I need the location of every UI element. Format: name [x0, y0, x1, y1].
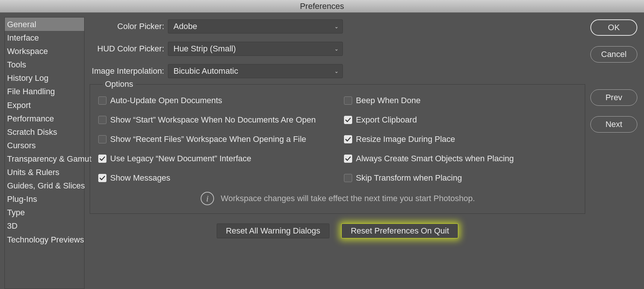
window-title: Preferences	[300, 1, 344, 11]
checkbox-show-messages[interactable]: Show Messages	[98, 173, 340, 183]
checkbox-box	[98, 174, 106, 182]
checkbox-label: Use Legacy “New Document” Interface	[110, 154, 251, 163]
checkbox-label: Show “Recent Files” Workspace When Openi…	[110, 134, 306, 144]
reset-preferences-on-quit-button[interactable]: Reset Preferences On Quit	[341, 223, 458, 238]
checkbox-label: Show “Start” Workspace When No Documents…	[110, 115, 316, 125]
checkbox-use-legacy-new-document-interface[interactable]: Use Legacy “New Document” Interface	[98, 154, 340, 163]
checkbox-label: Auto-Update Open Documents	[110, 96, 222, 105]
info-text: Workspace changes will take effect the n…	[221, 194, 475, 203]
checkbox-box	[98, 135, 106, 143]
checkbox-box	[344, 155, 352, 163]
sidebar-item-general[interactable]: General	[5, 18, 84, 31]
sidebar-item-performance[interactable]: Performance	[5, 112, 84, 125]
main-panel: Color Picker: Adobe ⌄ HUD Color Picker: …	[90, 17, 585, 289]
checkbox-show-recent-files-workspace-when-opening-a-file[interactable]: Show “Recent Files” Workspace When Openi…	[98, 134, 340, 144]
checkbox-box	[344, 116, 352, 124]
checkbox-box	[344, 135, 352, 143]
form-rows: Color Picker: Adobe ⌄ HUD Color Picker: …	[90, 17, 585, 83]
row-image-interpolation: Image Interpolation: Bicubic Automatic ⌄	[90, 64, 585, 78]
checkbox-box	[98, 116, 106, 124]
select-image-interpolation-value: Bicubic Automatic	[173, 66, 238, 76]
checkbox-box	[98, 155, 106, 163]
next-button[interactable]: Next	[590, 116, 637, 133]
checkbox-label: Always Create Smart Objects when Placing	[356, 154, 514, 163]
sidebar-item-workspace[interactable]: Workspace	[5, 44, 84, 58]
info-icon: i	[201, 192, 214, 205]
sidebar-item-type[interactable]: Type	[5, 206, 84, 219]
checkbox-beep-when-done[interactable]: Beep When Done	[344, 96, 577, 105]
checkbox-show-start-workspace-when-no-documents-are-open[interactable]: Show “Start” Workspace When No Documents…	[98, 115, 340, 125]
checkbox-auto-update-open-documents[interactable]: Auto-Update Open Documents	[98, 96, 340, 105]
chevron-down-icon: ⌄	[334, 46, 339, 52]
info-row: i Workspace changes will take effect the…	[98, 192, 577, 205]
checkbox-skip-transform-when-placing[interactable]: Skip Transform when Placing	[344, 173, 577, 183]
sidebar-item-file-handling[interactable]: File Handling	[5, 85, 84, 98]
label-image-interpolation: Image Interpolation:	[90, 66, 168, 76]
prev-button[interactable]: Prev	[590, 89, 637, 106]
sidebar-item-transparency-gamut[interactable]: Transparency & Gamut	[5, 152, 84, 165]
label-color-picker: Color Picker:	[90, 22, 168, 31]
checkbox-label: Beep When Done	[356, 96, 421, 105]
sidebar-item-scratch-disks[interactable]: Scratch Disks	[5, 125, 84, 139]
chevron-down-icon: ⌄	[334, 68, 339, 74]
options-grid: Auto-Update Open DocumentsBeep When Done…	[98, 96, 577, 183]
cancel-button[interactable]: Cancel	[590, 46, 637, 63]
checkbox-export-clipboard[interactable]: Export Clipboard	[344, 115, 577, 125]
checkbox-box	[344, 96, 352, 105]
select-color-picker-value: Adobe	[173, 22, 197, 31]
checkbox-label: Resize Image During Place	[356, 134, 455, 144]
row-color-picker: Color Picker: Adobe ⌄	[90, 19, 585, 34]
sidebar-item-tools[interactable]: Tools	[5, 58, 84, 71]
checkbox-label: Export Clipboard	[356, 115, 417, 125]
select-hud-color-picker-value: Hue Strip (Small)	[173, 44, 236, 54]
checkbox-resize-image-during-place[interactable]: Resize Image During Place	[344, 134, 577, 144]
sidebar: GeneralInterfaceWorkspaceToolsHistory Lo…	[4, 17, 85, 289]
checkbox-label: Show Messages	[110, 173, 170, 183]
checkbox-box	[98, 96, 106, 105]
sidebar-item-plug-ins[interactable]: Plug-Ins	[5, 192, 84, 206]
chevron-down-icon: ⌄	[334, 23, 339, 29]
select-image-interpolation[interactable]: Bicubic Automatic ⌄	[168, 64, 343, 78]
options-fieldset: Options Auto-Update Open DocumentsBeep W…	[90, 84, 585, 214]
checkbox-label: Skip Transform when Placing	[356, 173, 462, 183]
sidebar-item-interface[interactable]: Interface	[5, 31, 84, 44]
sidebar-item-technology-previews[interactable]: Technology Previews	[5, 233, 84, 246]
label-hud-color-picker: HUD Color Picker:	[90, 44, 168, 54]
sidebar-item-cursors[interactable]: Cursors	[5, 139, 84, 152]
sidebar-item-units-rulers[interactable]: Units & Rulers	[5, 165, 84, 179]
window-titlebar: Preferences	[0, 0, 644, 13]
ok-button[interactable]: OK	[590, 19, 637, 36]
sidebar-item-3d[interactable]: 3D	[5, 219, 84, 232]
select-color-picker[interactable]: Adobe ⌄	[168, 19, 343, 34]
checkbox-always-create-smart-objects-when-placing[interactable]: Always Create Smart Objects when Placing	[344, 154, 577, 163]
sidebar-item-export[interactable]: Export	[5, 98, 84, 112]
sidebar-item-history-log[interactable]: History Log	[5, 71, 84, 85]
select-hud-color-picker[interactable]: Hue Strip (Small) ⌄	[168, 42, 343, 56]
window-body: GeneralInterfaceWorkspaceToolsHistory Lo…	[0, 13, 644, 289]
row-hud-color-picker: HUD Color Picker: Hue Strip (Small) ⌄	[90, 42, 585, 56]
bottom-buttons: Reset All Warning Dialogs Reset Preferen…	[90, 223, 585, 238]
reset-warnings-button[interactable]: Reset All Warning Dialogs	[217, 223, 330, 238]
checkbox-box	[344, 174, 352, 182]
sidebar-item-guides-grid-slices[interactable]: Guides, Grid & Slices	[5, 179, 84, 192]
right-button-column: OK Cancel Prev Next	[590, 17, 637, 289]
options-legend: Options	[103, 79, 136, 89]
